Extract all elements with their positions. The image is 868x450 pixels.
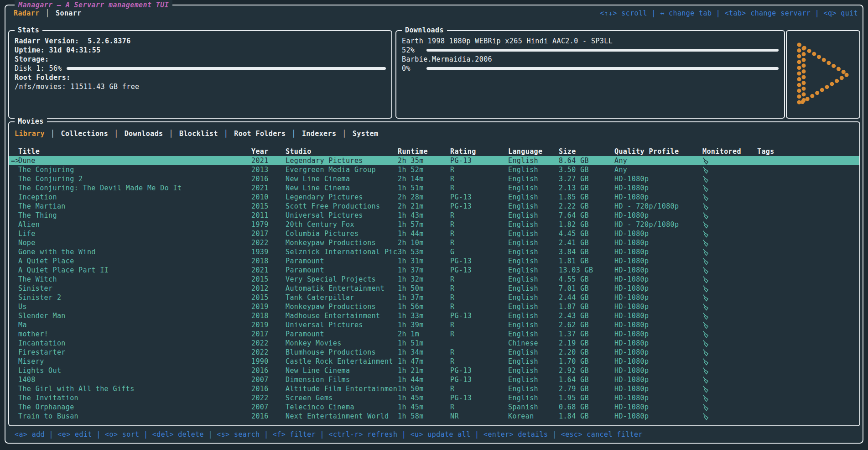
table-row[interactable]: Life2017Columbia Pictures1h 44mREnglish4… [9, 229, 859, 238]
table-row[interactable]: Train to Busan2016Next Entertainment Wor… [9, 412, 859, 421]
table-row[interactable]: The Conjuring 22016New Line Cinema2h 14m… [9, 174, 859, 183]
stat-root-folders-label: Root Folders: [15, 73, 386, 82]
table-row[interactable]: Ma2019Universal Pictures1h 39mREnglish2.… [9, 320, 859, 330]
movies-tab-downloads[interactable]: Downloads [125, 129, 163, 139]
table-row[interactable]: Inception2010Legendary Pictures2h 28mPG-… [9, 193, 859, 202]
table-row[interactable]: Firestarter2022Blumhouse Productions1h 3… [9, 348, 859, 357]
cell-language: Korean [508, 412, 559, 421]
table-row[interactable]: =>Dune2021Legendary Pictures2h 35mPG-13E… [9, 156, 859, 165]
servarr-tab-radarr[interactable]: Radarr [14, 8, 40, 18]
movies-tab-root-folders[interactable]: Root Folders [234, 129, 286, 139]
monitored-tag-icon [702, 176, 709, 183]
cell-runtime: 1h 45m [398, 393, 450, 403]
cell-language: English [508, 302, 559, 311]
cell-size: 13.03 GB [559, 266, 614, 275]
cell-studio: Evergreen Media Group [286, 165, 398, 174]
table-row[interactable]: A Quiet Place2018Paramount1h 31mPG-13Eng… [9, 256, 859, 266]
table-row[interactable]: Misery1990Castle Rock Entertainment1h 47… [9, 357, 859, 366]
cell-studio: Screen Gems [286, 393, 398, 403]
movies-tab-indexers[interactable]: Indexers [302, 129, 336, 139]
table-row[interactable]: Us2019Monkeypaw Productions1h 56mREnglis… [9, 302, 859, 311]
cell-monitored [702, 312, 757, 320]
cell-year: 2019 [251, 302, 286, 311]
cell-title: The Conjuring [18, 165, 251, 174]
cell-studio: New Line Cinema [286, 366, 398, 375]
cell-runtime: 3h 53m [398, 247, 450, 256]
table-row[interactable]: The Orphanage2007Telecinco Cinema1h 45mR… [9, 403, 859, 412]
downloads-panel-title: Downloads [402, 25, 447, 35]
column-header: Size [559, 147, 614, 156]
monitored-tag-icon [702, 194, 709, 202]
movies-tab-collections[interactable]: Collections [61, 129, 108, 139]
cell-title: The Martian [18, 202, 251, 211]
column-header: Runtime [398, 147, 450, 156]
table-row[interactable]: Lights Out2016New Line Cinema1h 21mPG-13… [9, 366, 859, 375]
cell-year: 1939 [251, 247, 286, 256]
cell-size: 7.01 GB [559, 284, 614, 293]
table-row[interactable]: Incantation2022Monkey Movies1h 51mChines… [9, 339, 859, 348]
cell-language: Spanish [508, 403, 559, 412]
table-row[interactable]: The Martian2015Scott Free Productions2h … [9, 202, 859, 211]
table-row[interactable]: Nope2022Monkeypaw Productions2h 10mREngl… [9, 238, 859, 247]
movies-tab-library[interactable]: Library [15, 129, 45, 139]
monitored-tag-icon [702, 349, 709, 357]
cell-studio: Paramount [286, 330, 398, 339]
downloads-panel: Downloads Earth 1998 1080p WEBRip x265 H… [395, 30, 785, 119]
cell-monitored [702, 366, 757, 375]
monitored-tag-icon [702, 358, 709, 366]
cell-studio: Altitude Film Entertainmen [286, 384, 398, 393]
table-row[interactable]: The Thing2011Universal Pictures1h 43mREn… [9, 211, 859, 220]
monitored-tag-icon [702, 340, 709, 348]
cell-rating: PG-13 [450, 256, 508, 266]
cell-rating: PG-13 [450, 156, 508, 165]
cell-rating: PG-13 [450, 393, 508, 403]
movies-tab-system[interactable]: System [353, 129, 379, 139]
tab-separator: │ [291, 129, 296, 139]
table-row[interactable]: Slender Man2018Madhouse Entertainment1h … [9, 311, 859, 320]
cell-monitored [702, 239, 757, 247]
cell-year: 2012 [251, 284, 286, 293]
cell-size: 1.37 GB [559, 330, 614, 339]
cell-size: 3.50 GB [559, 165, 614, 174]
cell-runtime: 1h 44m [398, 375, 450, 384]
cell-language: English [508, 357, 559, 366]
cell-runtime: 1h 43m [398, 211, 450, 220]
cell-monitored [702, 175, 757, 183]
table-row[interactable]: Gone with the Wind1939Selznick Internati… [9, 247, 859, 256]
cell-language: Chinese [508, 339, 559, 348]
cell-language: English [508, 320, 559, 330]
download-item-title: Earth 1998 1080p WEBRip x265 Hindi AAC2.… [402, 37, 779, 46]
table-row[interactable]: mother!2017Paramount2h 1mREnglish1.37 GB… [9, 330, 859, 339]
table-row[interactable]: 14082007Dimension Films1h 44mPG-13Englis… [9, 375, 859, 384]
table-row[interactable]: The Girl with All the Gifts2016Altitude … [9, 384, 859, 393]
table-row[interactable]: Sinister2012Automatik Entertainment1h 50… [9, 284, 859, 293]
cell-language: English [508, 247, 559, 256]
cell-title: Slender Man [18, 311, 251, 320]
cell-monitored [702, 293, 757, 302]
cell-size: 2.20 GB [559, 348, 614, 357]
cell-rating: PG-13 [450, 375, 508, 384]
table-row[interactable]: The Conjuring2013Evergreen Media Group1h… [9, 165, 859, 174]
cell-year: 2022 [251, 339, 286, 348]
cell-language: English [508, 256, 559, 266]
cell-monitored [702, 339, 757, 348]
table-row[interactable]: The Conjuring: The Devil Made Me Do It20… [9, 183, 859, 193]
movies-tabs: Library│Collections│Downloads│Blocklist│… [15, 129, 378, 139]
table-row[interactable]: The Invitation2022Screen Gems1h 45mPG-13… [9, 393, 859, 403]
cell-rating: PG-13 [450, 193, 508, 202]
movies-panel-title: Movies [15, 116, 47, 126]
monitored-tag-icon [702, 212, 709, 220]
cell-size: 3.27 GB [559, 174, 614, 183]
table-row[interactable]: The Witch2015Very Special Projects1h 32m… [9, 275, 859, 284]
table-row[interactable]: Sinister 22015Tank Caterpillar1h 37mREng… [9, 293, 859, 302]
cell-quality: HD-1080p [614, 403, 702, 412]
column-header: Studio [286, 147, 398, 156]
download-percent-label: 52% [402, 46, 422, 55]
table-row[interactable]: Alien197920th Century Fox1h 57mREnglish1… [9, 220, 859, 229]
cell-language: English [508, 384, 559, 393]
servarr-tab-sonarr[interactable]: Sonarr [56, 8, 82, 18]
cell-monitored [702, 220, 757, 229]
table-row[interactable]: A Quiet Place Part II2021Paramount1h 37m… [9, 266, 859, 275]
movies-tab-blocklist[interactable]: Blocklist [179, 129, 218, 139]
monitored-tag-icon [702, 185, 709, 193]
